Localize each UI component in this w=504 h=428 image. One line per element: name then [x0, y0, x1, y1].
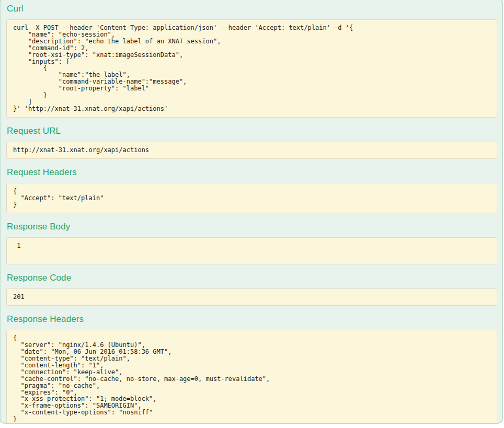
api-response-panel: Curl curl -X POST --header 'Content-Type…	[0, 0, 503, 424]
response-headers-section: Response Headers { "server": "nginx/1.4.…	[6, 314, 497, 424]
request-url-section: Request URL http://xnat-31.xnat.org/xapi…	[6, 125, 497, 159]
response-headers-heading: Response Headers	[7, 314, 497, 325]
request-url-value: http://xnat-31.xnat.org/xapi/actions	[6, 142, 497, 159]
request-headers-block: { "Accept": "text/plain" }	[6, 183, 497, 214]
response-code-value: 201	[6, 288, 497, 306]
request-url-heading: Request URL	[7, 125, 497, 137]
curl-section: Curl curl -X POST --header 'Content-Type…	[6, 3, 497, 118]
curl-heading: Curl	[7, 3, 497, 15]
curl-command-block: curl -X POST --header 'Content-Type: app…	[6, 19, 497, 118]
response-headers-block: { "server": "nginx/1.4.6 (Ubuntu)", "dat…	[6, 330, 497, 424]
response-body-block: 1	[6, 237, 497, 264]
request-headers-section: Request Headers { "Accept": "text/plain"…	[6, 167, 497, 214]
response-code-section: Response Code 201	[6, 272, 497, 306]
response-body-section: Response Body 1	[6, 221, 497, 264]
request-headers-heading: Request Headers	[7, 167, 497, 178]
response-body-heading: Response Body	[7, 221, 497, 233]
response-code-heading: Response Code	[7, 272, 497, 284]
